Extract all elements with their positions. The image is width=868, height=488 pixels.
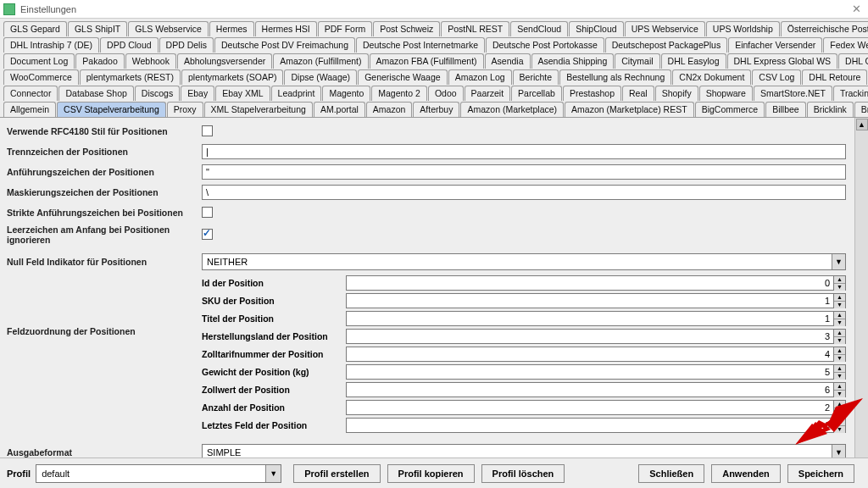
fieldmap-item-spinner[interactable]: ▲▼ <box>346 347 846 362</box>
tab-pdf-form[interactable]: PDF Form <box>318 21 372 36</box>
spin-up-icon[interactable]: ▲ <box>834 330 845 337</box>
tab-generische-waage[interactable]: Generische Waage <box>358 69 448 85</box>
spin-down-icon[interactable]: ▼ <box>834 373 845 380</box>
fieldmap-item-spinner[interactable]: ▲▼ <box>346 311 846 326</box>
tab-amazon-fba-fulfillment-[interactable]: Amazon FBA (Fulfillment) <box>370 53 484 69</box>
tab-hermes[interactable]: Hermes <box>209 21 254 36</box>
escape-input[interactable] <box>202 185 846 200</box>
tab-gls-gepard[interactable]: GLS Gepard <box>3 21 67 36</box>
tab-shipcloud[interactable]: ShipCloud <box>569 21 623 36</box>
spin-down-icon[interactable]: ▼ <box>834 408 845 415</box>
spin-down-icon[interactable]: ▼ <box>834 302 845 308</box>
ignorews-checkbox[interactable] <box>202 229 213 240</box>
rfc4180-checkbox[interactable] <box>202 125 213 136</box>
tab-amazon-marketplace-[interactable]: Amazon (Marketplace) <box>460 102 564 117</box>
strict-checkbox[interactable] <box>202 207 213 218</box>
tab-plentymarkets-soap-[interactable]: plentymarkets (SOAP) <box>181 69 283 85</box>
tab-xml-stapelverarbeitung[interactable]: XML Stapelverarbeitung <box>204 102 313 117</box>
tab-berichte[interactable]: Berichte <box>513 69 559 85</box>
spin-up-icon[interactable]: ▲ <box>834 365 845 373</box>
spin-up-icon[interactable]: ▲ <box>834 383 845 391</box>
spin-up-icon[interactable]: ▲ <box>834 294 845 302</box>
spin-down-icon[interactable]: ▼ <box>834 426 845 433</box>
nullind-combo[interactable]: NEITHER ▼ <box>202 253 846 270</box>
tab-real[interactable]: Real <box>622 86 654 101</box>
tab-asendia[interactable]: Asendia <box>485 53 531 69</box>
tab-shopware[interactable]: Shopware <box>699 86 753 101</box>
fieldmap-item-spinner[interactable]: ▲▼ <box>346 400 846 415</box>
spin-down-icon[interactable]: ▼ <box>834 337 845 344</box>
fieldmap-item-spinner[interactable]: ▲▼ <box>346 275 846 291</box>
vertical-scrollbar[interactable]: ▲ <box>854 118 868 468</box>
tab-citymail[interactable]: Citymail <box>615 53 659 69</box>
tab-abholungsversender[interactable]: Abholungsversender <box>177 53 272 69</box>
tab-post-schweiz[interactable]: Post Schweiz <box>373 21 440 36</box>
tab-ups-webservice[interactable]: UPS Webservice <box>625 21 705 36</box>
tab-woocommerce[interactable]: WooCommerce <box>3 69 79 85</box>
spin-down-icon[interactable]: ▼ <box>834 284 845 291</box>
tab-deutschepost-packageplus[interactable]: Deutschepost PackagePlus <box>605 37 727 53</box>
tab-am-portal[interactable]: AM.portal <box>314 102 365 117</box>
close-button[interactable]: Schließen <box>638 464 704 483</box>
tab-magento-2[interactable]: Magento 2 <box>371 86 427 101</box>
tab-dhl-easylog[interactable]: DHL Easylog <box>661 53 726 69</box>
fieldmap-item-spinner[interactable]: ▲▼ <box>346 364 846 380</box>
spin-up-icon[interactable]: ▲ <box>834 312 845 319</box>
fieldmap-item-spinner[interactable]: ▲▼ <box>346 293 846 308</box>
tab-trackingportal[interactable]: Trackingportal <box>833 86 868 101</box>
fieldmap-item-input[interactable] <box>346 347 834 362</box>
spin-up-icon[interactable]: ▲ <box>834 347 845 355</box>
sep-input[interactable] <box>202 144 846 159</box>
fieldmap-item-input[interactable] <box>346 400 834 415</box>
tab-discogs[interactable]: Discogs <box>135 86 180 101</box>
tab-proxy[interactable]: Proxy <box>167 102 203 117</box>
fieldmap-item-input[interactable] <box>346 418 834 433</box>
tab-postnl-rest[interactable]: PostNL REST <box>441 21 509 36</box>
tab-dhl-gesch-ftskundenversand[interactable]: DHL Geschäftskundenversand <box>838 53 868 69</box>
tab-smartstore-net[interactable]: SmartStore.NET <box>754 86 832 101</box>
tab-ebay-xml[interactable]: Ebay XML <box>215 86 270 101</box>
tab-deutsche-post-portokasse[interactable]: Deutsche Post Portokasse <box>486 37 604 53</box>
tab-ups-worldship[interactable]: UPS Worldship <box>706 21 780 36</box>
tab-magento[interactable]: Magento <box>322 86 370 101</box>
fieldmap-item-input[interactable] <box>346 364 834 380</box>
tab-dpd-delis[interactable]: DPD Delis <box>159 37 214 53</box>
tab-ebay[interactable]: Ebay <box>181 86 214 101</box>
tab-dhl-intraship-7-de-[interactable]: DHL Intraship 7 (DE) <box>3 37 99 53</box>
apply-button[interactable]: Anwenden <box>711 464 781 483</box>
tab-afterbuy[interactable]: Afterbuy <box>413 102 459 117</box>
close-icon[interactable]: ✕ <box>849 3 865 15</box>
tab-leadprint[interactable]: Leadprint <box>271 86 322 101</box>
tab-parcellab[interactable]: Parcellab <box>511 86 562 101</box>
tab-amazon-fulfillment-[interactable]: Amazon (Fulfillment) <box>273 53 368 69</box>
tab-allgemein[interactable]: Allgemein <box>3 102 56 117</box>
tab-document-log[interactable]: Document Log <box>3 53 75 69</box>
tab-webhook[interactable]: Webhook <box>125 53 176 69</box>
tab-dipse-waage-[interactable]: Dipse (Waage) <box>284 69 357 85</box>
tab-dpd-cloud[interactable]: DPD Cloud <box>100 37 159 53</box>
scroll-up-icon[interactable]: ▲ <box>856 119 868 130</box>
spin-down-icon[interactable]: ▼ <box>834 319 845 326</box>
tab-odoo[interactable]: Odoo <box>428 86 464 101</box>
spin-up-icon[interactable]: ▲ <box>834 419 845 426</box>
tab-amazon-marketplace-rest[interactable]: Amazon (Marketplace) REST <box>565 102 694 117</box>
tab-bricklink[interactable]: Bricklink <box>807 102 854 117</box>
tab-gls-webservice[interactable]: GLS Webservice <box>128 21 209 36</box>
fieldmap-item-input[interactable] <box>346 275 834 291</box>
spin-up-icon[interactable]: ▲ <box>834 401 845 408</box>
tab-bigcommerce[interactable]: BigCommerce <box>695 102 765 117</box>
tab-bestellung-als-rechnung[interactable]: Bestellung als Rechnung <box>559 69 671 85</box>
profile-copy-button[interactable]: Profil kopieren <box>387 464 475 483</box>
tab-fedex-webservice[interactable]: Fedex Webservice <box>823 37 868 53</box>
tab-dhl-retoure[interactable]: DHL Retoure <box>802 69 867 85</box>
tab--sterreichische-post[interactable]: Österreichische Post <box>781 21 868 36</box>
tab-hermes-hsi[interactable]: Hermes HSI <box>255 21 317 36</box>
spin-down-icon[interactable]: ▼ <box>834 391 845 397</box>
fieldmap-item-spinner[interactable]: ▲▼ <box>346 329 846 344</box>
tab-einfacher-versender[interactable]: Einfacher Versender <box>728 37 822 53</box>
profile-create-button[interactable]: Profil erstellen <box>293 464 380 483</box>
profile-delete-button[interactable]: Profil löschen <box>481 464 565 483</box>
chevron-down-icon[interactable]: ▼ <box>265 465 281 482</box>
tab-gls-shipit[interactable]: GLS ShipIT <box>68 21 127 36</box>
tab-deutsche-post-internetmarke[interactable]: Deutsche Post Internetmarke <box>356 37 485 53</box>
